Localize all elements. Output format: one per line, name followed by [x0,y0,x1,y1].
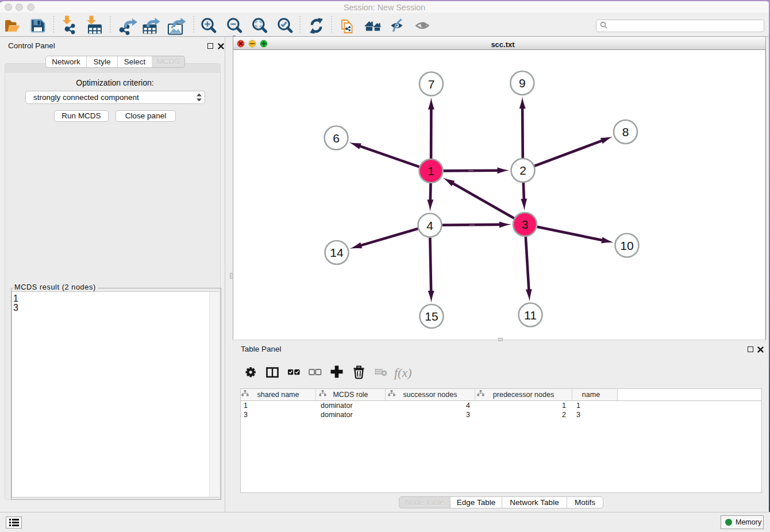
svg-text:10: 10 [620,239,633,252]
svg-text:11: 11 [524,309,537,322]
svg-text:3: 3 [522,218,529,231]
svg-text:6: 6 [333,132,340,145]
svg-text:9: 9 [519,76,526,90]
svg-text:1: 1 [428,164,434,178]
svg-text:f(x): f(x) [394,365,412,380]
svg-text:4: 4 [426,219,433,232]
svg-text:2: 2 [519,164,526,177]
svg-text:7: 7 [428,78,435,91]
svg-text:8: 8 [622,125,629,138]
svg-text:14: 14 [330,246,344,259]
svg-text:15: 15 [425,310,438,323]
